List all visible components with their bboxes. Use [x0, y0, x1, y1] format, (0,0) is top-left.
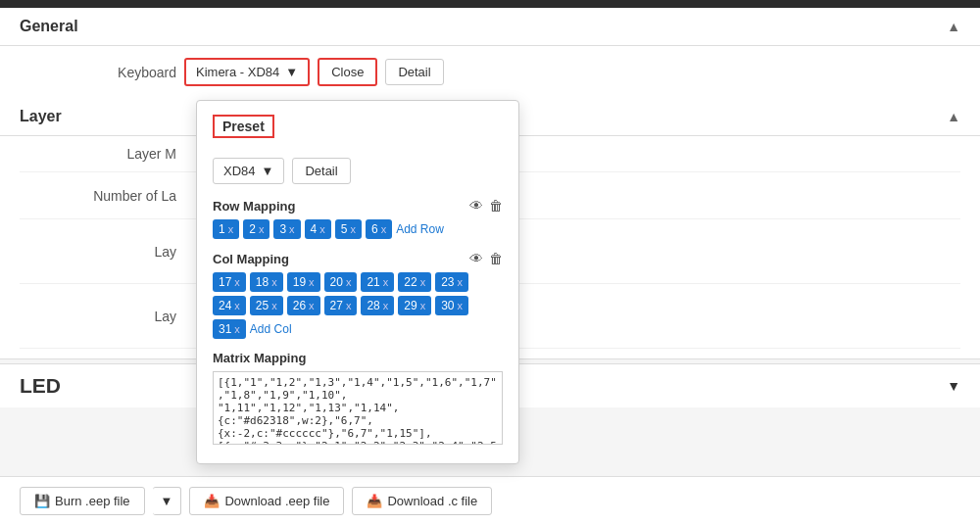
tag-row-2: 2 x — [243, 219, 270, 239]
top-bar — [0, 0, 980, 8]
bottom-bar: 💾 Burn .eep file ▼ 📥 Download .eep file … — [0, 476, 980, 525]
tag-col-27-remove[interactable]: x — [346, 300, 352, 311]
tag-row-5: 5 x — [335, 219, 362, 239]
tag-col-20: 20 x — [324, 272, 358, 292]
col-mapping-section: Col Mapping 👁 🗑 17 x 18 x 19 x 20 x 21 x… — [213, 251, 503, 339]
download-c-label: Download .c file — [387, 494, 477, 508]
col-mapping-tags: 17 x 18 x 19 x 20 x 21 x 22 x 23 x 24 x … — [213, 272, 503, 339]
add-col-link[interactable]: Add Col — [250, 322, 292, 336]
tag-col-24-remove[interactable]: x — [234, 300, 240, 311]
download-eep-label: Download .eep file — [224, 494, 329, 508]
tag-row-6: 6 x — [366, 219, 392, 239]
tag-col-25-remove[interactable]: x — [271, 300, 277, 311]
preset-detail-button[interactable]: Detail — [292, 158, 350, 184]
download-eep-button[interactable]: 📥 Download .eep file — [189, 487, 344, 515]
tag-col-30-remove[interactable]: x — [458, 300, 464, 311]
keyboard-dropdown[interactable]: Kimera - XD84 ▼ — [184, 58, 310, 86]
tag-row-4-remove[interactable]: x — [319, 223, 325, 235]
layer-chevron-up-icon: ▲ — [947, 109, 960, 124]
tag-row-1: 1 x — [213, 219, 239, 239]
burn-eep-label: Burn .eep file — [55, 494, 130, 508]
col-mapping-title: Col Mapping — [213, 252, 289, 266]
general-title: General — [20, 18, 78, 35]
tag-col-17: 17 x — [213, 272, 246, 292]
layer-row-2-label: Number of La — [20, 188, 176, 204]
preset-dropdown-arrow-icon: ▼ — [262, 164, 274, 178]
tag-row-4: 4 x — [305, 219, 331, 239]
tag-row-6-remove[interactable]: x — [381, 223, 387, 235]
preset-label: Preset — [213, 115, 274, 138]
tag-col-30: 30 x — [435, 296, 468, 315]
general-chevron-up-icon: ▲ — [947, 19, 960, 34]
tag-row-3: 3 x — [273, 219, 300, 239]
layer-row-3-label: Lay — [20, 244, 176, 260]
led-chevron-down-icon: ▼ — [947, 378, 960, 394]
tag-col-22-remove[interactable]: x — [420, 276, 426, 288]
tag-col-31: 31 x — [213, 319, 246, 339]
burn-split-arrow[interactable]: ▼ — [153, 487, 182, 515]
keyboard-label: Keyboard — [20, 65, 176, 80]
tag-col-29: 29 x — [398, 296, 431, 315]
led-title: LED — [20, 374, 61, 398]
tag-col-23-remove[interactable]: x — [458, 276, 464, 288]
detail-button[interactable]: Detail — [385, 59, 443, 85]
tag-col-25: 25 x — [250, 296, 283, 315]
row-mapping-trash-icon[interactable]: 🗑 — [489, 198, 503, 214]
close-button[interactable]: Close — [318, 58, 377, 86]
tag-col-21-remove[interactable]: x — [383, 276, 389, 288]
tag-col-22: 22 x — [398, 272, 431, 292]
tag-row-2-remove[interactable]: x — [259, 223, 265, 235]
layer-row-1-label: Layer M — [20, 146, 176, 162]
tag-col-26-remove[interactable]: x — [309, 300, 315, 311]
row-mapping-eye-icon[interactable]: 👁 — [469, 198, 483, 214]
layer-row-4-label: Lay — [20, 309, 176, 324]
preset-dropdown-label: XD84 — [223, 164, 256, 178]
add-row-link[interactable]: Add Row — [396, 222, 444, 236]
col-mapping-header: Col Mapping 👁 🗑 — [213, 251, 503, 266]
burn-eep-button[interactable]: 💾 Burn .eep file — [20, 487, 145, 515]
popup-panel: Preset XD84 ▼ Detail Row Mapping 👁 🗑 — [196, 100, 519, 464]
general-section-header[interactable]: General ▲ — [0, 8, 980, 46]
tag-col-26: 26 x — [287, 296, 320, 315]
keyboard-dropdown-label: Kimera - XD84 — [196, 65, 279, 79]
tag-col-31-remove[interactable]: x — [234, 323, 240, 335]
page-wrapper: General ▲ Keyboard Kimera - XD84 ▼ Close… — [0, 0, 980, 525]
tag-col-23: 23 x — [435, 272, 468, 292]
tag-col-29-remove[interactable]: x — [420, 300, 426, 311]
row-mapping-title: Row Mapping — [213, 199, 296, 214]
tag-col-28: 28 x — [361, 296, 394, 315]
col-mapping-trash-icon[interactable]: 🗑 — [489, 251, 503, 266]
row-mapping-section: Row Mapping 👁 🗑 1 x 2 x 3 x 4 x 5 x 6 x … — [213, 198, 503, 239]
matrix-mapping-title: Matrix Mapping — [213, 351, 503, 365]
row-mapping-tags: 1 x 2 x 3 x 4 x 5 x 6 x Add Row — [213, 219, 503, 239]
download-c-button[interactable]: 📥 Download .c file — [352, 487, 492, 515]
row-mapping-icons: 👁 🗑 — [469, 198, 503, 214]
preset-dropdown[interactable]: XD84 ▼ — [213, 158, 284, 184]
matrix-mapping-section: Matrix Mapping [{1,"1","1,2","1,3","1,4"… — [213, 351, 503, 448]
preset-row: XD84 ▼ Detail — [213, 158, 503, 184]
download-eep-icon: 📥 — [204, 494, 220, 508]
tag-col-18-remove[interactable]: x — [271, 276, 277, 288]
burn-icon: 💾 — [34, 494, 50, 508]
download-c-icon: 📥 — [367, 494, 382, 508]
tag-row-1-remove[interactable]: x — [228, 223, 234, 235]
tag-row-3-remove[interactable]: x — [289, 223, 295, 235]
col-mapping-icons: 👁 🗑 — [469, 251, 503, 266]
col-mapping-eye-icon[interactable]: 👁 — [469, 251, 483, 266]
tag-col-24: 24 x — [213, 296, 246, 315]
tag-col-19-remove[interactable]: x — [309, 276, 315, 288]
tag-col-21: 21 x — [361, 272, 394, 292]
burn-split-arrow-icon: ▼ — [161, 494, 173, 508]
tag-col-27: 27 x — [324, 296, 358, 315]
tag-col-28-remove[interactable]: x — [383, 300, 389, 311]
matrix-mapping-textarea[interactable]: [{1,"1","1,2","1,3","1,4","1,5","1,6","1… — [213, 371, 503, 445]
keyboard-row: Keyboard Kimera - XD84 ▼ Close Detail Pr… — [0, 46, 980, 98]
row-mapping-header: Row Mapping 👁 🗑 — [213, 198, 503, 214]
tag-row-5-remove[interactable]: x — [350, 223, 356, 235]
tag-col-17-remove[interactable]: x — [234, 276, 240, 288]
tag-col-19: 19 x — [287, 272, 320, 292]
layer-title: Layer — [20, 108, 62, 125]
keyboard-dropdown-arrow-icon: ▼ — [285, 65, 298, 79]
tag-col-18: 18 x — [250, 272, 283, 292]
tag-col-20-remove[interactable]: x — [346, 276, 352, 288]
